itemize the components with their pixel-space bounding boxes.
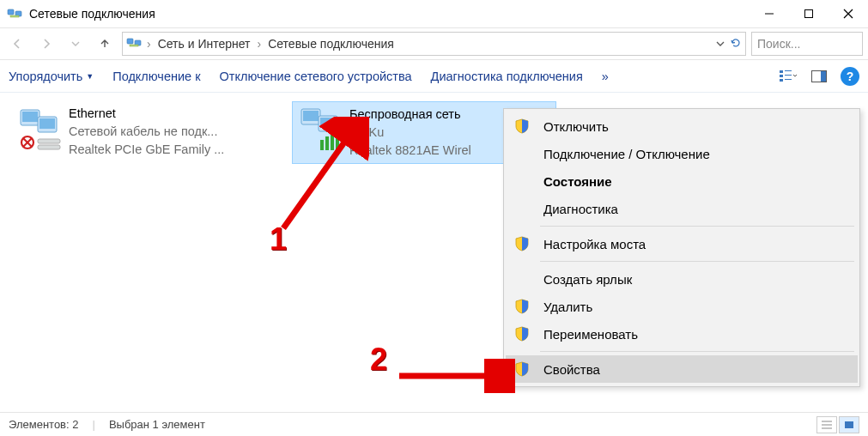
address-row: › Сеть и Интернет › Сетевые подключения … (0, 27, 868, 60)
chevron-right-icon: › (147, 37, 151, 51)
more-commands-button[interactable]: » (602, 70, 609, 83)
view-icons-button[interactable] (839, 416, 859, 433)
diagnose-button[interactable]: Диагностика подключения (431, 70, 583, 83)
svg-rect-26 (38, 145, 60, 149)
svg-rect-9 (130, 45, 138, 46)
connect-to-button[interactable]: Подключение к (112, 70, 200, 83)
chevron-right-icon: › (258, 37, 262, 51)
status-bar: Элементов: 2 | Выбран 1 элемент (0, 412, 868, 436)
breadcrumb-current[interactable]: Сетевые подключения (266, 35, 396, 52)
nav-back-button[interactable] (5, 32, 29, 56)
status-count: Элементов: 2 (9, 418, 78, 431)
menu-separator (540, 351, 854, 352)
chevron-down-icon: ▼ (86, 72, 94, 81)
organize-menu[interactable]: Упорядочить ▼ (9, 70, 94, 83)
svg-rect-14 (780, 79, 783, 82)
connection-ethernet[interactable]: Ethernet Сетевой кабель не подк... Realt… (12, 101, 276, 162)
svg-rect-13 (785, 75, 792, 76)
content-area: Ethernet Сетевой кабель не подк... Realt… (0, 93, 868, 403)
svg-rect-21 (39, 118, 55, 129)
shield-icon (514, 118, 530, 134)
shield-icon (514, 326, 530, 342)
address-dropdown-icon[interactable] (716, 37, 725, 51)
nav-up-button[interactable] (93, 32, 117, 56)
window-title: Сетевые подключения (29, 7, 155, 21)
svg-rect-4 (805, 10, 813, 18)
menu-diagnose[interactable]: Диагностика (506, 195, 858, 222)
refresh-button[interactable] (730, 37, 742, 51)
titlebar: Сетевые подключения (0, 0, 868, 27)
nav-forward-button[interactable] (34, 32, 58, 56)
svg-rect-40 (845, 421, 853, 428)
address-bar[interactable]: › Сеть и Интернет › Сетевые подключения (122, 32, 746, 56)
minimize-button[interactable] (750, 0, 789, 27)
menu-rename[interactable]: Переименовать (506, 320, 858, 348)
preview-pane-button[interactable] (811, 70, 827, 82)
menu-connect-disconnect[interactable]: Подключение / Отключение (506, 140, 858, 167)
ethernet-icon (15, 105, 64, 153)
connection-status: Сетевой кабель не подк... (69, 123, 224, 141)
context-menu: Отключить Подключение / Отключение Состо… (503, 108, 860, 387)
menu-bridge[interactable]: Настройка моста (506, 230, 858, 257)
menu-separator (540, 226, 854, 227)
svg-rect-11 (785, 70, 792, 71)
network-connections-icon (7, 6, 22, 21)
search-input[interactable]: Поиск... (751, 32, 863, 56)
svg-line-35 (283, 134, 350, 228)
breadcrumb-parent[interactable]: Сеть и Интернет (156, 35, 252, 52)
help-button[interactable]: ? (841, 67, 859, 86)
menu-create-shortcut[interactable]: Создать ярлык (506, 265, 858, 293)
svg-rect-17 (821, 71, 826, 82)
maximize-button[interactable] (789, 0, 829, 27)
annotation-arrow (258, 117, 369, 237)
shield-icon (514, 361, 530, 377)
svg-rect-12 (780, 75, 783, 77)
shield-icon (514, 236, 530, 251)
svg-rect-2 (10, 15, 19, 17)
annotation-label: 1 (270, 221, 287, 257)
menu-disable[interactable]: Отключить (506, 112, 858, 140)
svg-rect-15 (785, 79, 792, 80)
connection-name: Ethernet (69, 105, 224, 123)
svg-rect-0 (8, 9, 14, 15)
disable-device-button[interactable]: Отключение сетевого устройства (220, 70, 412, 83)
menu-separator (540, 261, 854, 262)
menu-properties[interactable]: Свойства (506, 355, 858, 383)
svg-rect-7 (127, 39, 133, 44)
view-details-button[interactable] (816, 416, 837, 433)
view-options-button[interactable] (779, 69, 798, 84)
menu-delete[interactable]: Удалить (506, 293, 858, 320)
network-connections-icon (126, 35, 142, 53)
toolbar: Упорядочить ▼ Подключение к Отключение с… (0, 60, 868, 93)
svg-rect-10 (780, 70, 783, 73)
nav-recent-dropdown[interactable] (64, 32, 88, 56)
annotation-label: 2 (370, 342, 387, 378)
svg-rect-25 (38, 139, 60, 143)
svg-rect-19 (22, 112, 38, 122)
annotation-arrow (395, 359, 515, 393)
status-selected: Выбран 1 элемент (109, 418, 205, 431)
close-button[interactable] (829, 0, 868, 27)
connection-device: Realtek PCIe GbE Family ... (69, 141, 224, 159)
menu-status[interactable]: Состояние (506, 167, 858, 195)
shield-icon (514, 299, 530, 314)
